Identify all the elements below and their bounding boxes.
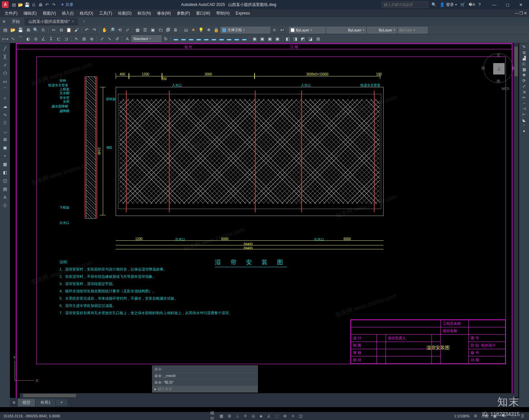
- menu-view[interactable]: 视图(V): [40, 10, 59, 17]
- save-icon[interactable]: 💾: [24, 2, 30, 7]
- tab-model[interactable]: 模型: [18, 399, 35, 406]
- rb-freeze-icon[interactable]: ❄: [205, 27, 212, 33]
- rb-save-icon[interactable]: 💾: [17, 27, 24, 33]
- sb-scale[interactable]: 1:1/100%: [454, 414, 469, 418]
- rb-list-icon[interactable]: ☰: [142, 27, 148, 33]
- rb-dim-linear-icon[interactable]: ⟼: [2, 35, 9, 42]
- rb-dimedit-icon[interactable]: ⤢: [99, 35, 105, 42]
- entity-combo[interactable]: 主体立柱▾: [221, 27, 270, 33]
- rb-block5-icon[interactable]: ⊞: [315, 35, 321, 42]
- sb-polar-icon[interactable]: ✛: [242, 413, 249, 419]
- color-combo[interactable]: ByColor▾: [398, 27, 427, 33]
- spline-icon[interactable]: ∿: [1, 111, 9, 118]
- rb-pan-icon[interactable]: ✋: [101, 27, 108, 33]
- wnd-restore-icon[interactable]: ❐: [519, 11, 523, 16]
- mtext-icon[interactable]: A: [1, 193, 9, 201]
- sb-tpy-icon[interactable]: ◫: [298, 413, 304, 419]
- rb-block1-icon[interactable]: ◧: [284, 35, 291, 42]
- scale-icon[interactable]: ⤢: [522, 84, 526, 89]
- rb-mod3-icon[interactable]: ▬: [188, 35, 194, 42]
- menu-window[interactable]: 窗口(W): [193, 10, 213, 17]
- rb-layeriso-icon[interactable]: ⎋: [271, 27, 278, 33]
- gradient-icon[interactable]: ◧: [1, 169, 9, 176]
- tab-add[interactable]: +: [79, 18, 89, 25]
- sb-lwt-icon[interactable]: ≡: [290, 413, 296, 419]
- sb-custom-icon[interactable]: ☰: [519, 413, 526, 419]
- rb-dim-arc-icon[interactable]: ⌒: [17, 35, 24, 42]
- help-icon[interactable]: ?: [478, 2, 481, 7]
- tab-close-icon[interactable]: ×: [72, 19, 74, 24]
- rb-orbit-icon[interactable]: ⟲: [116, 27, 123, 33]
- rb-undo2-icon[interactable]: ↶: [83, 27, 90, 33]
- rb-bulb-icon[interactable]: 💡: [198, 27, 204, 33]
- menu-edit[interactable]: 编辑(E): [21, 10, 39, 17]
- rb-mod4-icon[interactable]: ▬: [195, 35, 202, 42]
- maximize-button[interactable]: ◻: [501, 1, 514, 9]
- rb-center-icon[interactable]: ⊕: [88, 35, 95, 42]
- rb-dim-diameter-icon[interactable]: ⊘: [32, 35, 39, 42]
- rb-dim-continue-icon[interactable]: ⊐: [63, 35, 69, 42]
- cmd-input[interactable]: 键入命令: [157, 387, 172, 391]
- rb-tool4-icon[interactable]: 🗐: [165, 27, 171, 33]
- tab-start[interactable]: 开始: [8, 18, 24, 25]
- rb-zoom-icon[interactable]: 🔎: [109, 27, 115, 33]
- app-icon[interactable]: �A: [468, 2, 475, 7]
- rb-paste-icon[interactable]: 📋: [65, 27, 72, 33]
- rb-mod2-icon[interactable]: ▬: [180, 35, 187, 42]
- scrollbar-horizontal[interactable]: [20, 393, 514, 398]
- ellipsearc-icon[interactable]: ◡: [1, 127, 9, 135]
- login-button[interactable]: 👤登录▾: [440, 2, 457, 8]
- region-icon[interactable]: ◫: [1, 177, 9, 184]
- rb-ins1-icon[interactable]: ▣: [251, 35, 258, 42]
- rb-block3-icon[interactable]: ◩: [300, 35, 306, 42]
- menu-dim[interactable]: 标注(N): [135, 10, 154, 17]
- sb-grid-icon[interactable]: ▦: [218, 413, 225, 419]
- sb-ducs-icon[interactable]: ⬚: [274, 413, 280, 419]
- rb-dim-angular-icon[interactable]: ∠: [40, 35, 47, 42]
- rb-sun-icon[interactable]: ☀: [190, 27, 197, 33]
- rb-dimtedit-icon[interactable]: ⤡: [106, 35, 113, 42]
- saveas-icon[interactable]: ⎙: [31, 2, 36, 7]
- sb-osnap-icon[interactable]: ◎: [250, 413, 257, 419]
- rect-icon[interactable]: ▭: [1, 78, 9, 85]
- minimize-button[interactable]: —: [488, 1, 501, 9]
- xline-icon[interactable]: ╳: [1, 53, 9, 60]
- explode-icon[interactable]: ✦: [522, 129, 526, 134]
- close-button[interactable]: ✕: [514, 1, 527, 9]
- revcloud-icon[interactable]: ☁: [1, 103, 9, 110]
- sb-iso-icon[interactable]: ▣: [491, 413, 498, 419]
- new-icon[interactable]: ▤: [11, 2, 17, 7]
- cart-icon[interactable]: 🛒: [460, 2, 465, 7]
- rotate-icon[interactable]: ⟳: [522, 78, 526, 83]
- wnd-close-icon[interactable]: ✕: [524, 11, 527, 16]
- sb-units[interactable]: 小数: [481, 414, 489, 419]
- menu-param[interactable]: 参数(P): [174, 10, 193, 17]
- layout-menu-icon[interactable]: ≡: [13, 400, 15, 405]
- open-icon[interactable]: 📂: [18, 2, 23, 7]
- rb-match-icon[interactable]: 🖌: [73, 27, 80, 33]
- redo-icon[interactable]: ↷: [51, 2, 56, 7]
- menu-format[interactable]: 格式(O): [77, 10, 96, 17]
- tabs-menu-icon[interactable]: ≡: [3, 19, 5, 24]
- extend-icon[interactable]: →: [522, 101, 526, 105]
- sb-3dosnap-icon[interactable]: ◈: [258, 413, 264, 419]
- join-icon[interactable]: ⊢: [522, 112, 526, 117]
- viewcube[interactable]: 上 北 南 西 东: [483, 53, 513, 83]
- array-icon[interactable]: ▦: [522, 67, 526, 72]
- rb-mod9-icon[interactable]: ▬: [233, 35, 240, 42]
- menu-modify[interactable]: 修改(M): [154, 10, 174, 17]
- ellipse-icon[interactable]: ⬯: [1, 119, 9, 126]
- rb-mod5-icon[interactable]: ▬: [203, 35, 210, 42]
- rb-zoomext-icon[interactable]: ⤢: [124, 27, 131, 33]
- rb-tool2-icon[interactable]: ▣: [149, 27, 156, 33]
- table-icon[interactable]: ▤: [1, 185, 9, 192]
- point-icon[interactable]: •: [1, 152, 9, 159]
- rb-open-icon[interactable]: 📂: [10, 27, 16, 33]
- sb-model-icon[interactable]: 模型: [210, 413, 217, 419]
- tab-layout-add[interactable]: +: [56, 399, 67, 406]
- menu-express[interactable]: Express: [233, 10, 253, 16]
- sb-clean-icon[interactable]: ⬚: [510, 413, 516, 419]
- rb-dim-baseline-icon[interactable]: ⊏: [55, 35, 62, 42]
- polygon-icon[interactable]: ⬠: [1, 69, 9, 77]
- circle-icon[interactable]: ○: [1, 94, 9, 102]
